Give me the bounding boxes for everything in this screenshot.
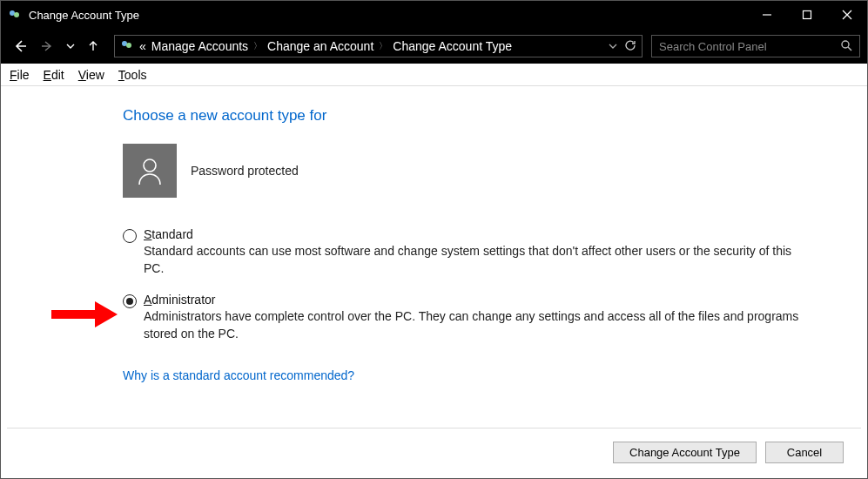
chevron-right-icon: 〉 [253,40,262,52]
divider [7,428,861,428]
option-administrator-label: Administrator [144,293,802,307]
search-placeholder: Search Control Panel [659,40,767,53]
menubar: File Edit View Tools [1,64,867,86]
option-standard-desc: Standard accounts can use most software … [144,243,802,277]
menu-tools[interactable]: Tools [118,68,147,82]
search-input[interactable]: Search Control Panel [651,35,860,57]
content-area: Choose a new account type for Password p… [1,86,867,382]
menu-file[interactable]: File [10,68,30,82]
button-row: Change Account Type Cancel [613,442,844,463]
titlebar: Change Account Type [1,1,867,29]
option-administrator[interactable]: Administrator Administrators have comple… [123,293,837,342]
radio-administrator[interactable] [123,294,137,308]
chevron-down-icon[interactable] [609,39,617,53]
refresh-button[interactable] [624,39,636,54]
breadcrumb-icon [120,38,134,55]
window-controls [747,1,867,29]
breadcrumb-item[interactable]: Manage Accounts [151,39,248,53]
annotation-arrow [48,300,118,332]
window-title: Change Account Type [29,9,747,22]
change-account-type-button[interactable]: Change Account Type [613,442,757,463]
breadcrumb[interactable]: « Manage Accounts 〉 Change an Account 〉 … [114,35,643,57]
back-button[interactable] [8,34,32,58]
svg-line-9 [848,47,851,51]
breadcrumb-item[interactable]: Change an Account [267,39,373,53]
up-button[interactable] [81,34,105,58]
svg-point-7 [126,43,131,48]
maximize-button[interactable] [787,1,827,29]
option-administrator-desc: Administrators have complete control ove… [144,308,802,342]
profile-block: Password protected [123,144,867,198]
navbar: « Manage Accounts 〉 Change an Account 〉 … [1,29,867,64]
chevron-right-icon: 〉 [379,40,387,52]
forward-button[interactable] [36,34,60,58]
close-button[interactable] [827,1,867,29]
link-why-standard[interactable]: Why is a standard account recommended? [123,368,354,382]
page-heading: Choose a new account type for [123,107,867,125]
svg-point-1 [14,12,19,17]
breadcrumb-prefix: « [139,39,146,53]
svg-rect-3 [804,11,811,19]
app-icon [8,8,22,22]
radio-standard[interactable] [123,229,137,243]
cancel-button[interactable]: Cancel [765,442,844,463]
password-status: Password protected [191,164,299,178]
svg-marker-12 [95,301,118,327]
option-standard-label: Standard [144,227,802,241]
minimize-button[interactable] [747,1,787,29]
menu-edit[interactable]: Edit [44,68,64,82]
option-standard[interactable]: Standard Standard accounts can use most … [123,227,837,277]
svg-point-8 [842,41,849,48]
menu-view[interactable]: View [78,68,104,82]
recent-dropdown[interactable] [64,34,77,58]
breadcrumb-item[interactable]: Change Account Type [393,39,512,53]
svg-point-10 [144,159,156,172]
avatar [123,144,177,198]
search-icon [840,39,852,54]
